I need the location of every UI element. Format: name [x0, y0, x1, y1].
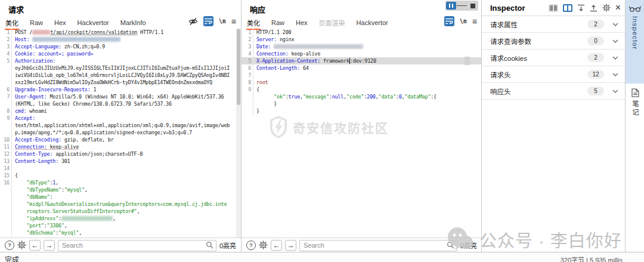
chevron-down-icon[interactable]	[612, 23, 618, 26]
code-line: text/html,application/xhtml+xml,applicat…	[0, 122, 241, 129]
editor-tab-2[interactable]: Hex	[295, 18, 308, 29]
code-line: 7	[242, 72, 482, 79]
redacted-value	[32, 37, 120, 42]
response-panel-title: 响应	[250, 4, 265, 15]
code-line: "dbName":	[0, 193, 241, 201]
newline-toggle-icon[interactable]: \n	[460, 18, 467, 24]
code-line: 6Content-Length: 64	[242, 64, 482, 72]
code-line: 6Upgrade-Insecure-Requests: 1	[0, 86, 241, 93]
editor-tab-0[interactable]: 美化	[246, 17, 261, 30]
collapse-all-icon[interactable]	[590, 4, 597, 12]
response-search-input[interactable]	[299, 240, 457, 251]
response-panel: 响应 美化RawHex页面渲染Hackvertor \n ≡ 1HTTP/1.1…	[241, 0, 482, 252]
code-line: 8cmd: whoami	[0, 107, 241, 115]
editor-tab-1[interactable]: Raw	[29, 18, 44, 29]
side-tab-inspector[interactable]: Inspector	[626, 0, 644, 84]
code-line: 1POST /t/api/cockpit/conns/validation HT…	[0, 29, 241, 36]
search-icon	[447, 241, 454, 249]
code-line: 9{	[242, 86, 482, 93]
inspector-section-label: 请求cookies	[490, 53, 587, 63]
editor-tab-3[interactable]: 页面渲染	[318, 17, 346, 30]
redacted-value	[274, 44, 363, 49]
wrap-lines-icon[interactable]	[203, 16, 213, 26]
code-line: 11Connection: keep-alive	[0, 143, 241, 150]
expand-all-icon[interactable]	[577, 4, 585, 12]
inspector-header: Inspector	[482, 0, 626, 16]
code-line: xxz19mrLGvHdZI8WdNim5wlIOyZoaOWkHCrb-tyD…	[0, 79, 241, 86]
inspector-section-4[interactable]: 响应头5	[482, 83, 626, 100]
menu-icon[interactable]: ≡	[472, 17, 477, 26]
gear-icon[interactable]	[259, 241, 268, 249]
spectacles-icon	[629, 5, 641, 13]
inspector-section-label: 请求头	[490, 70, 587, 79]
side-tab-notes-label: 笔记	[630, 100, 640, 116]
search-next-button[interactable]: →	[44, 240, 55, 251]
inspector-section-0[interactable]: 请求属性2	[482, 16, 626, 33]
response-searchbar: ? ← → 0高亮	[242, 238, 482, 252]
code-line: 2Server: nginx	[242, 36, 482, 43]
code-line: eyJhbGciOiJIUzUxMiJ9.eyJISSI6LTEsI1VJIjo…	[0, 64, 241, 72]
code-line: 12Content-Type: application/json;charset…	[0, 150, 241, 158]
request-search-input[interactable]	[58, 240, 216, 251]
code-line: "midpl?&autoDeserialize=true&queryInterc…	[0, 201, 241, 208]
count-badge: 2	[587, 53, 604, 62]
code-line: 14	[0, 165, 241, 172]
code-line: 13Content-Length: 301	[0, 158, 241, 165]
search-next-button[interactable]: →	[285, 240, 296, 251]
stacked-view-icon[interactable]	[563, 4, 572, 12]
search-prev-button[interactable]: ←	[271, 240, 282, 251]
splitter-handle[interactable]	[465, 57, 470, 65]
code-line: "dbTypeName":"mysql",	[0, 186, 241, 193]
rows-layout-icon[interactable]	[457, 2, 467, 10]
redacted-value	[61, 216, 113, 221]
side-tab-inspector-label: Inspector	[631, 16, 639, 50]
wrap-lines-icon[interactable]	[444, 16, 454, 26]
editor-tab-4[interactable]: Hackvertor	[356, 18, 389, 29]
request-editor[interactable]: 1POST /t/api/cockpit/conns/validation HT…	[0, 29, 241, 238]
pause-updates-icon[interactable]	[446, 2, 456, 10]
inspector-section-3[interactable]: 请求头12	[482, 66, 626, 83]
code-line: }	[242, 100, 482, 107]
code-line: p,image/apng,*/*;q=0.8,application/signe…	[0, 129, 241, 136]
single-view-icon[interactable]	[467, 2, 478, 10]
chevron-down-icon[interactable]	[612, 56, 618, 60]
code-line: 3Accept-Language: zh-CN,zh;q=0.9	[0, 43, 241, 50]
response-editor[interactable]: 1HTTP/1.1 2002Server: nginx3Date: 4Conne…	[242, 29, 482, 238]
menu-icon[interactable]: ≡	[231, 17, 236, 26]
response-icon-row: \n ≡	[444, 16, 477, 26]
code-line: "port":"3306",	[0, 222, 241, 229]
split-view-icon[interactable]	[549, 4, 558, 12]
chevron-down-icon[interactable]	[612, 73, 618, 76]
close-icon[interactable]: ×	[615, 4, 621, 12]
request-scrollbar[interactable]	[236, 29, 241, 238]
code-line: 7User-Agent: Mozilla/5.0 (Windows NT 10.…	[0, 93, 241, 100]
search-prev-button[interactable]: ←	[29, 240, 41, 251]
side-tab-notes[interactable]: 笔记	[626, 88, 644, 116]
editor-tab-0[interactable]: 美化	[5, 17, 19, 30]
request-panel: 请求 美化RawHexHackvertorMarkInfo \n ≡ 1POST…	[0, 0, 241, 252]
code-line: "ok":true,"message":null,"code":200,"dat…	[242, 93, 482, 100]
help-icon[interactable]: ?	[246, 241, 256, 250]
eye-off-icon[interactable]	[188, 17, 198, 26]
inspector-section-2[interactable]: 请求cookies2	[482, 50, 626, 66]
newline-toggle-icon[interactable]: \n	[219, 18, 226, 24]
request-tabs: 美化RawHexHackvertorMarkInfo	[5, 17, 157, 29]
code-line: 2Host:	[0, 36, 241, 43]
code-line: 3Date:	[242, 43, 482, 50]
gear-icon[interactable]	[17, 241, 26, 249]
count-badge: 0	[587, 36, 604, 45]
inspector-sections: 请求属性2请求查询参数0请求cookies2请求头12响应头5	[482, 16, 626, 100]
editor-tab-3[interactable]: Hackvertor	[77, 18, 110, 29]
gear-icon[interactable]	[602, 4, 611, 12]
chevron-down-icon[interactable]	[612, 39, 618, 43]
editor-tab-1[interactable]: Raw	[271, 18, 285, 29]
inspector-section-1[interactable]: 请求查询参数0	[482, 33, 626, 50]
response-highlight-count: 0高亮	[460, 241, 477, 250]
request-scrollbar-thumb[interactable]	[237, 29, 240, 105]
layout-controls	[445, 1, 478, 11]
inspector-panel: Inspector	[481, 0, 626, 252]
editor-tab-2[interactable]: Hex	[54, 18, 67, 29]
editor-tab-4[interactable]: MarkInfo	[120, 18, 147, 29]
help-icon[interactable]: ?	[5, 241, 14, 250]
chevron-down-icon[interactable]	[612, 90, 618, 93]
